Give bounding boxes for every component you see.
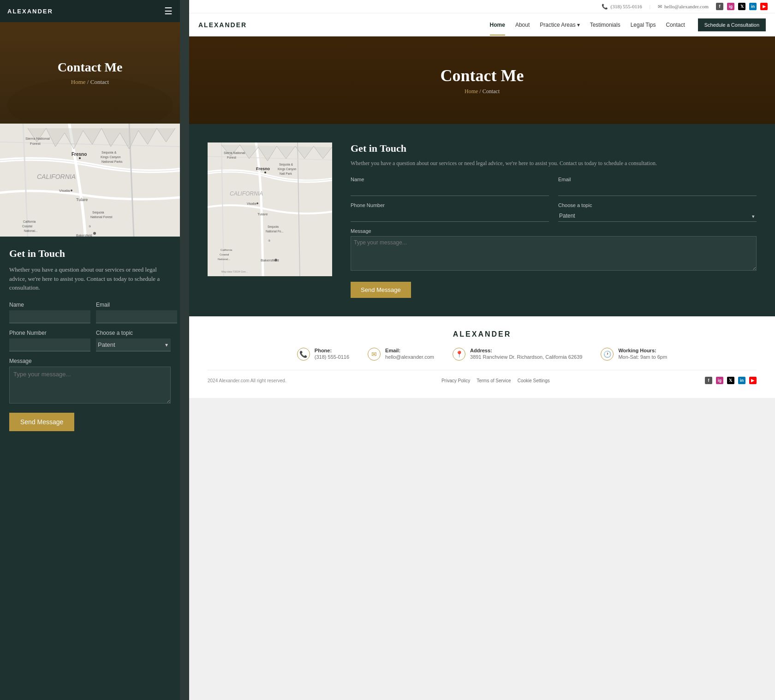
email-icon: ✉ — [658, 4, 662, 10]
mobile-message-group: Message — [9, 358, 171, 405]
mobile-form-phone-topic-row: Phone Number Choose a topic Patent Copyr… — [9, 330, 171, 351]
desktop-phone-label: Phone Number — [351, 202, 549, 208]
nav-link-practice-areas[interactable]: Practice Areas ▾ — [540, 22, 579, 28]
desktop-topic-group: Choose a topic Patent Copyright Trademar… — [558, 202, 757, 222]
mobile-nav: ALEXANDER ☰ — [0, 0, 180, 22]
desktop-hero: Contact Me Home / Contact — [189, 36, 775, 124]
mobile-topic-select[interactable]: Patent Copyright Trademark Other — [96, 338, 171, 351]
mobile-email-input[interactable] — [96, 310, 177, 323]
svg-text:Fresno: Fresno — [72, 152, 87, 157]
svg-text:Forest: Forest — [227, 156, 236, 159]
instagram-icon[interactable]: ig — [727, 3, 734, 10]
svg-point-4 — [79, 157, 81, 159]
desktop-map: Sierra National Forest Fresno Sequoia & … — [208, 142, 332, 276]
footer-phone-item: 📞 Phone: (318) 555-0116 — [297, 348, 349, 361]
desktop-email-input[interactable] — [558, 184, 757, 196]
footer-cookies-link[interactable]: Cookie Settings — [518, 378, 550, 383]
svg-point-24 — [264, 172, 266, 173]
mobile-send-button[interactable]: Send Message — [9, 413, 74, 431]
hamburger-icon[interactable]: ☰ — [164, 6, 173, 17]
nav-link-about[interactable]: About — [515, 22, 530, 28]
mobile-topic-select-wrapper: Patent Copyright Trademark Other — [96, 338, 171, 351]
topbar-phone-number: (318) 555-0116 — [610, 4, 642, 9]
svg-text:National Parks: National Parks — [101, 160, 123, 163]
topbar-social-icons: f ig 𝕏 in ▶ — [716, 3, 768, 10]
desktop-topbar: 📞 (318) 555-0116 | ✉ hello@alexander.com… — [189, 0, 775, 13]
svg-point-16 — [93, 232, 96, 235]
footer-linkedin-icon[interactable]: in — [738, 377, 745, 384]
svg-text:CALIFORNIA: CALIFORNIA — [230, 190, 263, 197]
mobile-name-input[interactable] — [9, 310, 90, 323]
mobile-email-group: Email — [96, 302, 177, 323]
nav-link-testimonials[interactable]: Testimonials — [590, 22, 620, 28]
mobile-message-textarea[interactable] — [9, 367, 171, 403]
desktop-topic-select-wrapper: Patent Copyright Trademark Other — [558, 210, 757, 222]
svg-point-36 — [274, 259, 277, 261]
desktop-hero-title: Contact Me — [441, 66, 524, 85]
desktop-name-email-row: Name Email — [351, 177, 757, 196]
desktop-send-button[interactable]: Send Message — [351, 282, 411, 298]
footer-youtube-icon[interactable]: ▶ — [749, 377, 757, 384]
mobile-hero: Contact Me Home / Contact — [0, 22, 180, 124]
svg-text:Tulare: Tulare — [76, 197, 88, 202]
svg-text:Kings Canyon: Kings Canyon — [278, 167, 297, 171]
svg-text:National Fo...: National Fo... — [266, 230, 284, 233]
footer-instagram-icon[interactable]: ig — [716, 377, 723, 384]
svg-text:Sierra National: Sierra National — [25, 136, 50, 141]
facebook-icon[interactable]: f — [716, 3, 723, 10]
desktop-name-group: Name — [351, 177, 549, 196]
svg-text:Bakersfield: Bakersfield — [76, 234, 92, 237]
desktop-nav-links: Home About Practice Areas ▾ Testimonials… — [490, 22, 685, 28]
topbar-email-address: hello@alexander.com — [664, 4, 709, 9]
breadcrumb-current: Contact — [90, 78, 109, 85]
linkedin-icon[interactable]: in — [749, 3, 757, 10]
svg-text:Visalia: Visalia — [59, 189, 70, 193]
desktop-name-label: Name — [351, 177, 549, 182]
svg-text:Natl Park: Natl Park — [280, 172, 292, 175]
desktop-message-textarea[interactable] — [351, 236, 757, 271]
nav-link-legal-tips[interactable]: Legal Tips — [631, 22, 656, 28]
footer-phone-icon: 📞 — [297, 348, 310, 361]
svg-text:Coastal: Coastal — [220, 253, 229, 256]
desktop-form-section: Get in Touch Whether you have a question… — [332, 142, 757, 298]
desktop-email-group: Email — [558, 177, 757, 196]
schedule-consultation-button[interactable]: Schedule a Consultation — [698, 18, 766, 31]
desktop-nav: ALEXANDER Home About Practice Areas ▾ Te… — [189, 13, 775, 36]
footer-twitter-icon[interactable]: 𝕏 — [727, 377, 734, 384]
mobile-contact-title: Get in Touch — [9, 248, 171, 260]
desktop-name-input[interactable] — [351, 184, 549, 196]
desktop-form-description: Whether you have a question about our se… — [351, 159, 757, 167]
svg-text:Visalia: Visalia — [247, 202, 256, 205]
desktop-breadcrumb-home[interactable]: Home — [465, 88, 478, 95]
desktop-breadcrumb-current: Contact — [483, 88, 500, 95]
footer-facebook-icon[interactable]: f — [705, 377, 712, 384]
svg-text:⑤: ⑤ — [268, 239, 270, 242]
footer-address-icon: 📍 — [453, 348, 465, 361]
twitter-icon[interactable]: 𝕏 — [738, 3, 745, 10]
desktop-content: Sierra National Forest Fresno Sequoia & … — [189, 124, 775, 316]
svg-text:California: California — [221, 249, 232, 251]
mobile-phone-input[interactable] — [9, 338, 90, 351]
breadcrumb-home-link[interactable]: Home — [71, 78, 86, 85]
nav-link-home[interactable]: Home — [490, 22, 505, 28]
youtube-icon[interactable]: ▶ — [760, 3, 768, 10]
mobile-contact-description: Whether you have a question about our se… — [9, 265, 171, 292]
phone-icon: 📞 — [602, 4, 608, 10]
footer-privacy-link[interactable]: Privacy Policy — [441, 378, 470, 383]
desktop-logo: ALEXANDER — [198, 21, 247, 29]
mobile-topic-group: Choose a topic Patent Copyright Trademar… — [96, 330, 171, 351]
mobile-form-name-email-row: Name Email — [9, 302, 171, 323]
desktop-phone-group: Phone Number — [351, 202, 549, 222]
footer-address-item: 📍 Address: 3891 Ranchview Dr. Richardson… — [453, 348, 582, 361]
desktop-phone-input[interactable] — [351, 210, 549, 222]
svg-text:Map data ©2024 Goo...: Map data ©2024 Goo... — [221, 270, 248, 273]
mobile-phone-label: Phone Number — [9, 330, 90, 336]
desktop-form-title: Get in Touch — [351, 142, 757, 154]
desktop-email-label: Email — [558, 177, 757, 182]
desktop-topic-select[interactable]: Patent Copyright Trademark Other — [558, 210, 757, 222]
footer-hours-item: 🕐 Working Hours: Mon-Sat: 9am to 6pm — [601, 348, 667, 361]
practice-areas-chevron: ▾ — [577, 22, 580, 28]
footer-terms-link[interactable]: Terms of Service — [477, 378, 511, 383]
nav-link-contact[interactable]: Contact — [666, 22, 685, 28]
svg-text:Fresno: Fresno — [256, 166, 270, 171]
